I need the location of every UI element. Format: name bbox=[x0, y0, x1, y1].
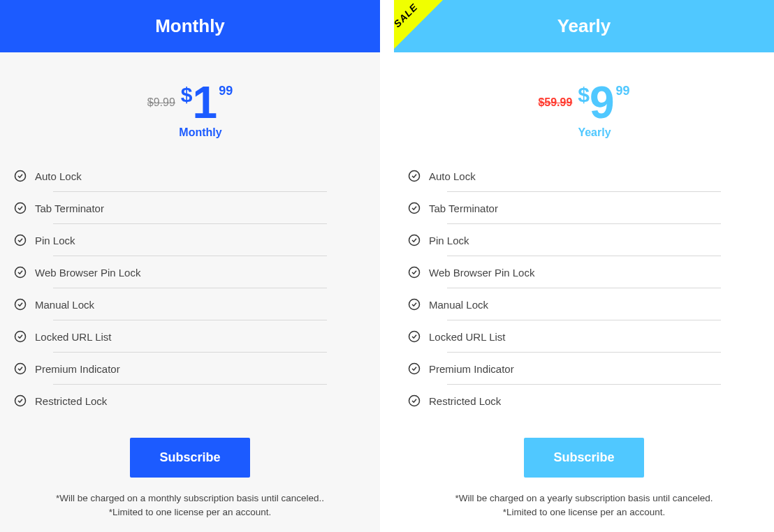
feature-item: Manual Lock bbox=[408, 288, 760, 320]
monthly-subscribe-wrap: Subscribe bbox=[0, 431, 380, 492]
yearly-header: Yearly bbox=[394, 0, 774, 52]
check-circle-icon bbox=[14, 394, 27, 407]
yearly-plan-card: SALE Yearly $59.99 $ 9 99 Yearly Auto Lo… bbox=[394, 0, 774, 532]
svg-point-9 bbox=[409, 203, 420, 214]
feature-label: Premium Indicator bbox=[35, 363, 120, 375]
svg-point-8 bbox=[409, 171, 420, 182]
feature-item: Restricted Lock bbox=[14, 385, 366, 417]
note-line2: *Limited to one license per an account. bbox=[503, 507, 666, 517]
check-circle-icon bbox=[408, 298, 421, 311]
check-circle-icon bbox=[14, 266, 27, 279]
svg-point-1 bbox=[15, 203, 26, 214]
check-circle-icon bbox=[408, 362, 421, 375]
feature-item: Auto Lock bbox=[408, 160, 760, 192]
currency-symbol: $ bbox=[181, 84, 193, 105]
feature-label: Tab Terminator bbox=[35, 202, 104, 214]
price-cents: 99 bbox=[616, 84, 630, 97]
yearly-note: *Will be charged on a yearly subscriptio… bbox=[394, 492, 774, 532]
svg-point-14 bbox=[409, 364, 420, 374]
feature-label: Pin Lock bbox=[35, 235, 75, 246]
yearly-subscribe-wrap: Subscribe bbox=[394, 431, 774, 492]
check-circle-icon bbox=[408, 266, 421, 279]
monthly-subscribe-button[interactable]: Subscribe bbox=[130, 438, 249, 478]
feature-item: Locked URL List bbox=[408, 320, 760, 353]
feature-label: Locked URL List bbox=[35, 331, 112, 343]
feature-label: Premium Indicator bbox=[429, 363, 514, 375]
yearly-price-box: $59.99 $ 9 99 Yearly bbox=[394, 52, 774, 153]
feature-label: Manual Lock bbox=[429, 299, 488, 311]
svg-point-6 bbox=[15, 364, 26, 374]
svg-point-7 bbox=[15, 396, 26, 406]
svg-point-11 bbox=[409, 267, 420, 278]
yearly-period: Yearly bbox=[415, 126, 774, 139]
check-circle-icon bbox=[14, 362, 27, 375]
check-circle-icon bbox=[14, 202, 27, 214]
price-amount: 1 bbox=[193, 80, 218, 125]
feature-item: Pin Lock bbox=[408, 224, 760, 256]
feature-item: Tab Terminator bbox=[14, 192, 366, 224]
feature-item: Premium Indicator bbox=[14, 353, 366, 385]
feature-label: Auto Lock bbox=[35, 170, 82, 182]
feature-label: Locked URL List bbox=[429, 331, 506, 343]
feature-label: Restricted Lock bbox=[429, 395, 501, 407]
price-amount: 9 bbox=[590, 80, 615, 125]
yearly-price: $ 9 99 bbox=[578, 80, 629, 125]
check-circle-icon bbox=[14, 170, 27, 182]
svg-point-3 bbox=[15, 267, 26, 278]
monthly-plan-card: Monthly $9.99 $ 1 99 Monthly Auto Lock T… bbox=[0, 0, 380, 532]
svg-point-10 bbox=[409, 235, 420, 246]
price-cents: 99 bbox=[219, 84, 233, 97]
check-circle-icon bbox=[14, 330, 27, 343]
monthly-price: $ 1 99 bbox=[181, 80, 233, 125]
feature-item: Web Browser Pin Lock bbox=[14, 256, 366, 288]
currency-symbol: $ bbox=[578, 84, 590, 105]
feature-label: Web Browser Pin Lock bbox=[35, 267, 140, 279]
feature-item: Manual Lock bbox=[14, 288, 366, 320]
check-circle-icon bbox=[408, 170, 421, 182]
monthly-features: Auto Lock Tab Terminator Pin Lock Web Br… bbox=[0, 153, 380, 431]
feature-label: Auto Lock bbox=[429, 170, 476, 182]
check-circle-icon bbox=[408, 394, 421, 407]
monthly-period: Monthly bbox=[21, 126, 380, 139]
monthly-note: *Will be charged on a monthly subscripti… bbox=[0, 492, 380, 532]
feature-label: Pin Lock bbox=[429, 235, 469, 246]
yearly-subscribe-button[interactable]: Subscribe bbox=[524, 438, 643, 478]
svg-point-2 bbox=[15, 235, 26, 246]
svg-point-13 bbox=[409, 332, 420, 342]
svg-point-15 bbox=[409, 396, 420, 406]
monthly-price-box: $9.99 $ 1 99 Monthly bbox=[0, 52, 380, 153]
svg-point-5 bbox=[15, 332, 26, 342]
check-circle-icon bbox=[408, 234, 421, 246]
feature-item: Locked URL List bbox=[14, 320, 366, 353]
feature-label: Tab Terminator bbox=[429, 202, 498, 214]
check-circle-icon bbox=[14, 298, 27, 311]
note-line1: *Will be charged on a monthly subscripti… bbox=[56, 493, 324, 503]
feature-item: Auto Lock bbox=[14, 160, 366, 192]
svg-point-12 bbox=[409, 300, 420, 310]
check-circle-icon bbox=[408, 330, 421, 343]
yearly-features: Auto Lock Tab Terminator Pin Lock Web Br… bbox=[394, 153, 774, 431]
check-circle-icon bbox=[408, 202, 421, 214]
feature-label: Restricted Lock bbox=[35, 395, 107, 407]
pricing-container: Monthly $9.99 $ 1 99 Monthly Auto Lock T… bbox=[0, 0, 774, 532]
svg-point-4 bbox=[15, 300, 26, 310]
feature-item: Pin Lock bbox=[14, 224, 366, 256]
feature-label: Web Browser Pin Lock bbox=[429, 267, 534, 279]
feature-item: Premium Indicator bbox=[408, 353, 760, 385]
feature-item: Tab Terminator bbox=[408, 192, 760, 224]
monthly-header: Monthly bbox=[0, 0, 380, 52]
feature-item: Web Browser Pin Lock bbox=[408, 256, 760, 288]
note-line1: *Will be charged on a yearly subscriptio… bbox=[455, 493, 713, 503]
svg-point-0 bbox=[15, 171, 26, 182]
yearly-old-price: $59.99 bbox=[538, 96, 572, 109]
feature-label: Manual Lock bbox=[35, 299, 94, 311]
monthly-old-price: $9.99 bbox=[147, 96, 175, 109]
note-line2: *Limited to one license per an account. bbox=[109, 507, 272, 517]
check-circle-icon bbox=[14, 234, 27, 246]
feature-item: Restricted Lock bbox=[408, 385, 760, 417]
